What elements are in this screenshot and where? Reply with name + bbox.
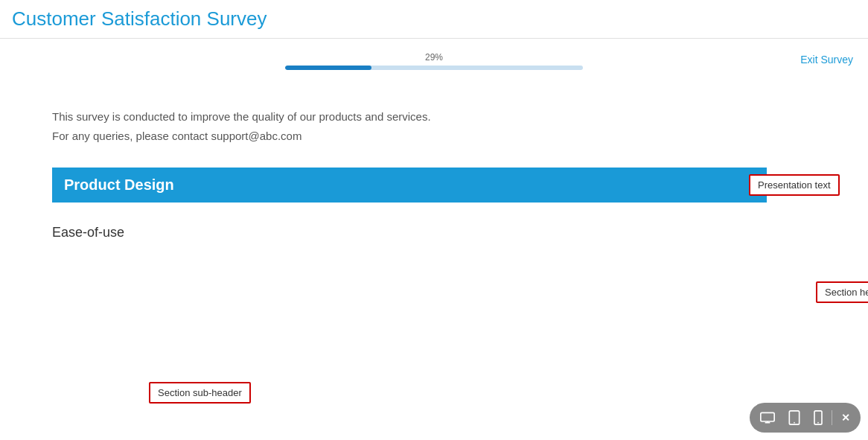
annotation-presentation-text: Presentation text <box>749 179 808 191</box>
svg-point-4 <box>794 422 795 424</box>
annotation-section-heading: Section heading <box>816 286 868 298</box>
annotation-section-heading-label: Section heading <box>816 281 868 303</box>
progress-area: 29% Exit Survey <box>0 39 868 77</box>
progress-bar-fill <box>285 66 371 70</box>
progress-bar-track <box>285 66 583 70</box>
main-content: This survey is conducted to improve the … <box>0 77 868 255</box>
section-subheader: Ease-of-use <box>52 225 816 240</box>
close-toolbar-button[interactable]: ✕ <box>837 409 855 427</box>
section-heading-bar: Product Design <box>52 168 767 203</box>
bottom-toolbar: ✕ <box>750 403 861 433</box>
toolbar-separator <box>832 410 832 425</box>
svg-point-6 <box>817 422 819 424</box>
annotation-section-subheader: Section sub-header <box>149 386 201 398</box>
page-title: Customer Satisfaction Survey <box>12 7 856 31</box>
mobile-view-button[interactable] <box>809 407 827 428</box>
exit-survey-link[interactable]: Exit Survey <box>800 54 853 66</box>
annotation-section-subheader-label: Section sub-header <box>149 382 251 404</box>
tablet-view-button[interactable] <box>784 407 805 428</box>
annotation-presentation-text-label: Presentation text <box>749 174 840 196</box>
intro-line-1: This survey is conducted to improve the … <box>52 107 816 127</box>
survey-intro: This survey is conducted to improve the … <box>52 107 816 145</box>
progress-container: 29% <box>285 52 583 70</box>
intro-line-2: For any queries, please contact support@… <box>52 127 816 146</box>
svg-rect-0 <box>761 412 774 421</box>
page-header: Customer Satisfaction Survey <box>0 0 868 39</box>
progress-percent-label: 29% <box>425 52 443 63</box>
desktop-view-button[interactable] <box>756 409 779 427</box>
